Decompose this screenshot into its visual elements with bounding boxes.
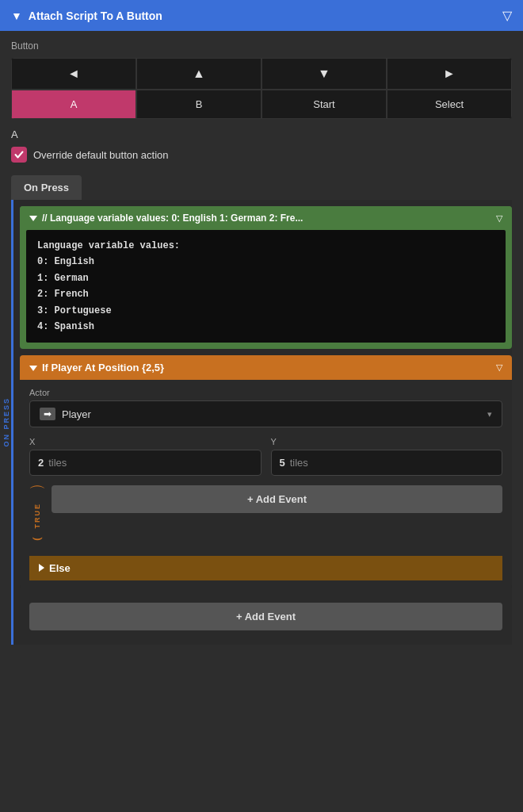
button-start[interactable]: Start [262, 90, 387, 119]
comment-header-text: // Language variable values: 0: English … [42, 213, 303, 224]
y-label: Y [271, 437, 503, 446]
true-bracket-top: ⌒ [29, 485, 46, 503]
y-unit: tiles [290, 457, 308, 469]
button-row-abss: A B Start Select [11, 90, 512, 119]
button-b[interactable]: B [136, 90, 262, 119]
tab-on-press[interactable]: On Press [11, 175, 82, 200]
comment-header[interactable]: // Language variable values: 0: English … [20, 206, 512, 230]
button-row-arrows: ◄ ▲ ▼ ► [11, 58, 512, 90]
actor-value: Player [62, 408, 91, 420]
button-section-label: Button [11, 40, 512, 52]
x-value: 2 [38, 457, 44, 469]
button-right[interactable]: ► [387, 58, 512, 90]
header-menu-icon[interactable]: ▽ [502, 8, 512, 23]
x-unit: tiles [48, 457, 67, 469]
button-left[interactable]: ◄ [11, 58, 136, 90]
script-container: ON PRESS // Language variable values: 0:… [11, 200, 512, 645]
main-content: Button ◄ ▲ ▼ ► A B Start Select A Overri… [0, 31, 523, 654]
y-field-group: Y 5 tiles [271, 437, 503, 476]
bottom-add-event-button[interactable]: + Add Event [29, 603, 502, 630]
true-label: TRUE [33, 503, 41, 529]
true-content: + Add Event [52, 485, 502, 546]
if-header-text: If Player At Position {2,5} [42, 362, 164, 373]
else-block: Else [29, 556, 502, 580]
if-body: Actor ➡ Player ▾ X 2 tiles [20, 380, 512, 588]
if-menu-icon[interactable]: ▽ [496, 362, 502, 373]
actor-field-label: Actor [29, 388, 502, 397]
button-grid: ◄ ▲ ▼ ► A B Start Select [11, 58, 512, 119]
x-input[interactable]: 2 tiles [29, 450, 262, 476]
button-up[interactable]: ▲ [136, 58, 262, 90]
else-label: Else [49, 562, 71, 574]
chevron-down-icon[interactable]: ▼ [11, 10, 22, 22]
actor-dropdown-icon: ▾ [487, 409, 492, 419]
x-label: X [29, 437, 262, 446]
actor-select[interactable]: ➡ Player ▾ [29, 400, 502, 427]
panel-header: ▼ Attach Script To A Button ▽ [0, 0, 523, 31]
else-triangle-icon [39, 562, 44, 574]
comment-block: // Language variable values: 0: English … [20, 206, 512, 349]
comment-body: Language variable values: 0: English 1: … [26, 230, 506, 343]
comment-chevron-icon [29, 213, 37, 224]
panel-title: ▼ Attach Script To A Button [11, 10, 162, 22]
else-header[interactable]: Else [29, 556, 502, 580]
if-chevron-icon [29, 362, 37, 373]
true-bracket-bottom: ⌣ [32, 529, 43, 546]
comment-menu-icon[interactable]: ▽ [496, 213, 502, 224]
override-row: Override default button action [11, 147, 512, 163]
true-label-container: ⌒ TRUE ⌣ [29, 485, 45, 546]
y-input[interactable]: 5 tiles [271, 450, 503, 476]
button-select[interactable]: Select [387, 90, 512, 119]
xy-row: X 2 tiles Y 5 tiles [29, 437, 502, 476]
true-area: ⌒ TRUE ⌣ + Add Event [29, 485, 502, 546]
if-block: If Player At Position {2,5} ▽ Actor ➡ Pl… [20, 355, 512, 588]
actor-arrow-icon: ➡ [40, 408, 55, 420]
y-value: 5 [280, 457, 285, 469]
on-press-vertical-label: ON PRESS [2, 397, 10, 447]
button-a[interactable]: A [11, 90, 136, 119]
current-button-label: A [11, 128, 512, 140]
true-add-event-button[interactable]: + Add Event [52, 485, 502, 513]
bottom-add-area: + Add Event [20, 595, 512, 638]
tab-row: On Press [11, 175, 512, 200]
x-field-group: X 2 tiles [29, 437, 262, 476]
override-label: Override default button action [33, 149, 169, 161]
override-checkbox[interactable] [11, 147, 27, 163]
if-header[interactable]: If Player At Position {2,5} ▽ [20, 355, 512, 380]
button-down[interactable]: ▼ [262, 58, 387, 90]
